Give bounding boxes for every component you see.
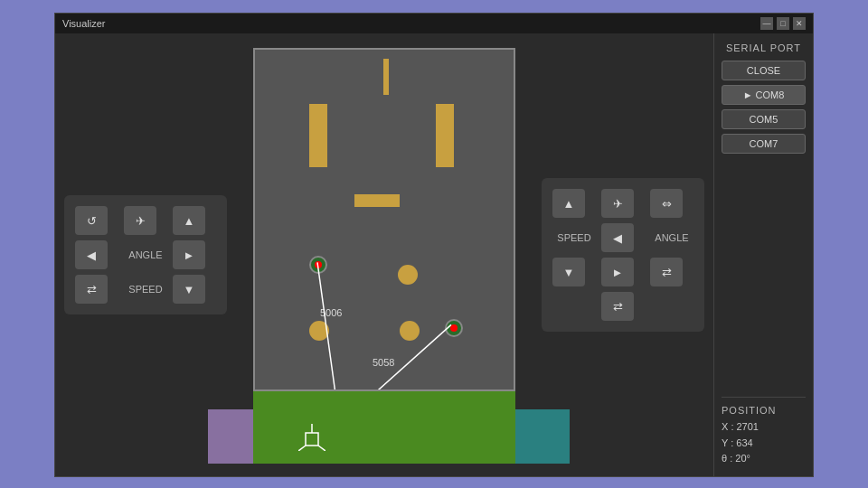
maximize-button[interactable]: □ <box>777 17 789 30</box>
r-angle-label: ANGLE <box>650 223 693 252</box>
center-area: 5006 5058 <box>236 33 533 476</box>
ground-area <box>253 391 515 464</box>
marker-2 <box>445 319 463 337</box>
angle-right-button[interactable]: ► <box>173 240 205 269</box>
left-control-box: ↺ ✈ ▲ ◀ ANGLE ► ⇄ SPEED ▼ <box>64 195 227 314</box>
angle-left-button[interactable]: ◀ <box>75 240 108 269</box>
close-button[interactable]: ✕ <box>793 17 806 30</box>
down-button[interactable]: ▼ <box>173 275 205 304</box>
serial-close-button[interactable]: CLOSE <box>722 61 806 80</box>
r-angle-right-button[interactable]: ► <box>601 258 634 286</box>
distance-label-2: 5058 <box>373 357 394 368</box>
position-title: POSITION <box>722 405 806 416</box>
r-speed-label: SPEED <box>552 223 596 252</box>
r-up-button[interactable]: ▲ <box>552 189 585 218</box>
svg-line-5 <box>318 446 326 451</box>
window-title: Visualizer <box>62 18 106 29</box>
distance-label-1: 5006 <box>320 307 342 318</box>
obstacle-right <box>436 104 454 167</box>
main-content: ↺ ✈ ▲ ◀ ANGLE ► ⇄ SPEED ▼ <box>55 33 813 476</box>
plane-up-button[interactable]: ✈ <box>124 206 156 235</box>
speed-label: SPEED <box>124 275 167 304</box>
robot-container <box>298 424 326 455</box>
position-theta: θ : 20° <box>722 451 806 467</box>
marker-1 <box>309 256 327 274</box>
minimize-button[interactable]: — <box>760 17 773 30</box>
right-control-box: ▲ ✈ ⇔ SPEED ◀ ANGLE ▼ ► ⇄ ⇄ <box>542 178 704 332</box>
svg-rect-2 <box>306 433 318 446</box>
field-lines <box>255 50 514 389</box>
window-controls: — □ ✕ <box>760 17 806 30</box>
main-inner: ↺ ✈ ▲ ◀ ANGLE ► ⇄ SPEED ▼ <box>55 33 713 476</box>
r-expand-button[interactable]: ⇔ <box>650 189 683 218</box>
serial-com5-button[interactable]: COM5 <box>722 109 806 129</box>
game-field: 5006 5058 <box>253 48 515 391</box>
position-x: X : 2701 <box>722 419 806 436</box>
r-angle-left-button[interactable]: ◀ <box>601 223 634 252</box>
svg-line-1 <box>340 324 451 389</box>
swap-button[interactable]: ⇄ <box>75 275 108 304</box>
dot-left <box>309 321 329 341</box>
r-down-button[interactable]: ▼ <box>552 258 585 286</box>
serial-com8-button[interactable]: ► COM8 <box>722 85 806 105</box>
r-plane-button[interactable]: ✈ <box>601 189 634 218</box>
serial-com7-button[interactable]: COM7 <box>722 134 806 154</box>
marker-1-inner <box>315 261 322 268</box>
r-swap-button[interactable]: ⇄ <box>650 258 683 286</box>
r-swap2-button[interactable]: ⇄ <box>601 292 634 321</box>
rotate-button[interactable]: ↺ <box>75 206 108 235</box>
dot-center <box>400 321 420 341</box>
ground-right-extension <box>515 409 570 464</box>
dot-center-right <box>398 265 418 285</box>
app-window: Visualizer — □ ✕ ↺ ✈ ▲ ◀ ANGLE ► <box>54 13 814 477</box>
robot-icon <box>298 424 326 451</box>
angle-label: ANGLE <box>124 240 167 269</box>
marker-2-inner <box>450 324 458 332</box>
ground-left-extension <box>208 409 253 464</box>
obstacle-middle <box>354 194 400 207</box>
obstacle-left <box>309 104 327 167</box>
position-y: Y : 634 <box>722 436 806 452</box>
up-button[interactable]: ▲ <box>173 206 205 235</box>
serial-panel: SERIAL PORT CLOSE ► COM8 COM5 COM7 POSIT… <box>713 33 813 476</box>
title-bar: Visualizer — □ ✕ <box>55 14 813 33</box>
obstacle-top-center <box>383 59 389 95</box>
svg-line-4 <box>298 446 306 451</box>
position-panel: POSITION X : 2701 Y : 634 θ : 20° <box>722 397 806 467</box>
serial-port-title: SERIAL PORT <box>722 42 806 53</box>
